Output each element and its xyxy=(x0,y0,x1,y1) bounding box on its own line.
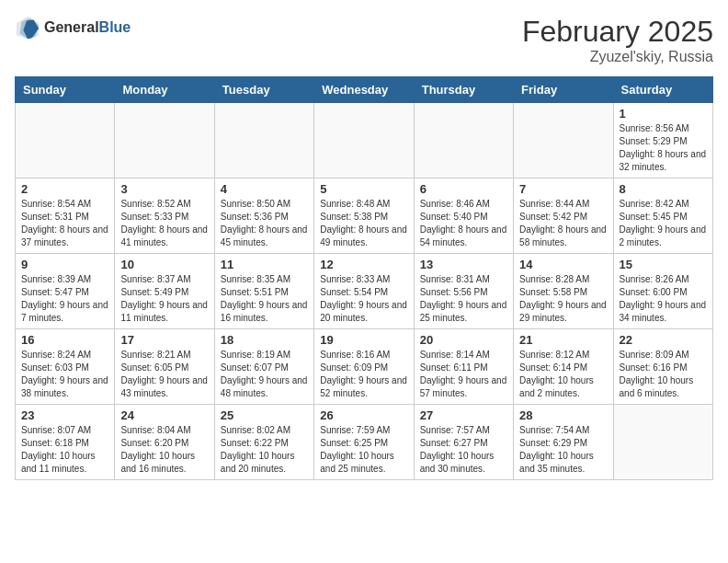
calendar-cell xyxy=(613,405,712,480)
day-info: Sunrise: 7:54 AM Sunset: 6:29 PM Dayligh… xyxy=(519,424,607,476)
day-number: 15 xyxy=(620,258,707,271)
day-number: 23 xyxy=(21,408,108,422)
calendar-title: February 2025 xyxy=(522,15,713,49)
day-number: 4 xyxy=(221,182,308,196)
day-number: 10 xyxy=(120,258,208,271)
day-info: Sunrise: 8:56 AM Sunset: 5:29 PM Dayligh… xyxy=(620,122,707,174)
page-header: GeneralBlue February 2025 Zyuzel'skiy, R… xyxy=(15,15,713,65)
day-number: 27 xyxy=(420,408,507,422)
day-info: Sunrise: 8:44 AM Sunset: 5:42 PM Dayligh… xyxy=(519,198,607,249)
day-info: Sunrise: 8:21 AM Sunset: 6:05 PM Dayligh… xyxy=(120,349,208,400)
calendar-cell: 2Sunrise: 8:54 AM Sunset: 5:31 PM Daylig… xyxy=(16,178,115,254)
calendar-cell: 5Sunrise: 8:48 AM Sunset: 5:38 PM Daylig… xyxy=(314,178,414,254)
calendar-cell: 4Sunrise: 8:50 AM Sunset: 5:36 PM Daylig… xyxy=(214,178,313,254)
day-number: 28 xyxy=(519,408,607,422)
calendar-cell: 20Sunrise: 8:14 AM Sunset: 6:11 PM Dayli… xyxy=(414,329,513,405)
weekday-header-thursday: Thursday xyxy=(414,77,513,103)
weekday-header-row: SundayMondayTuesdayWednesdayThursdayFrid… xyxy=(16,77,713,103)
weekday-header-friday: Friday xyxy=(514,77,613,103)
day-info: Sunrise: 8:50 AM Sunset: 5:36 PM Dayligh… xyxy=(221,198,308,249)
title-block: February 2025 Zyuzel'skiy, Russia xyxy=(522,15,713,65)
day-info: Sunrise: 8:39 AM Sunset: 5:47 PM Dayligh… xyxy=(21,273,108,325)
calendar-table: SundayMondayTuesdayWednesdayThursdayFrid… xyxy=(15,76,713,480)
day-number: 2 xyxy=(21,182,108,196)
calendar-cell: 8Sunrise: 8:42 AM Sunset: 5:45 PM Daylig… xyxy=(613,178,712,254)
day-info: Sunrise: 8:19 AM Sunset: 6:07 PM Dayligh… xyxy=(221,349,308,400)
day-number: 14 xyxy=(519,258,607,271)
day-info: Sunrise: 8:42 AM Sunset: 5:45 PM Dayligh… xyxy=(620,198,707,249)
calendar-cell: 15Sunrise: 8:26 AM Sunset: 6:00 PM Dayli… xyxy=(613,254,712,329)
calendar-cell xyxy=(414,103,513,178)
calendar-cell: 9Sunrise: 8:39 AM Sunset: 5:47 PM Daylig… xyxy=(16,254,115,329)
calendar-cell: 22Sunrise: 8:09 AM Sunset: 6:16 PM Dayli… xyxy=(613,329,712,405)
day-number: 9 xyxy=(21,258,108,271)
day-info: Sunrise: 8:54 AM Sunset: 5:31 PM Dayligh… xyxy=(21,198,108,249)
calendar-week-row: 16Sunrise: 8:24 AM Sunset: 6:03 PM Dayli… xyxy=(16,329,713,405)
calendar-cell: 25Sunrise: 8:02 AM Sunset: 6:22 PM Dayli… xyxy=(214,405,313,480)
calendar-cell: 18Sunrise: 8:19 AM Sunset: 6:07 PM Dayli… xyxy=(214,329,313,405)
day-info: Sunrise: 8:35 AM Sunset: 5:51 PM Dayligh… xyxy=(221,273,308,325)
day-number: 13 xyxy=(420,258,507,271)
calendar-week-row: 9Sunrise: 8:39 AM Sunset: 5:47 PM Daylig… xyxy=(16,254,713,329)
day-info: Sunrise: 8:07 AM Sunset: 6:18 PM Dayligh… xyxy=(21,424,108,476)
day-number: 26 xyxy=(320,408,407,422)
day-number: 6 xyxy=(420,182,507,196)
calendar-cell: 1Sunrise: 8:56 AM Sunset: 5:29 PM Daylig… xyxy=(613,103,712,178)
calendar-cell: 12Sunrise: 8:33 AM Sunset: 5:54 PM Dayli… xyxy=(314,254,414,329)
calendar-subtitle: Zyuzel'skiy, Russia xyxy=(522,49,713,65)
calendar-cell: 19Sunrise: 8:16 AM Sunset: 6:09 PM Dayli… xyxy=(314,329,414,405)
day-info: Sunrise: 8:09 AM Sunset: 6:16 PM Dayligh… xyxy=(620,349,707,400)
weekday-header-sunday: Sunday xyxy=(16,77,115,103)
day-info: Sunrise: 7:57 AM Sunset: 6:27 PM Dayligh… xyxy=(420,424,507,476)
day-info: Sunrise: 8:52 AM Sunset: 5:33 PM Dayligh… xyxy=(120,198,208,249)
day-number: 21 xyxy=(519,333,607,347)
calendar-cell: 28Sunrise: 7:54 AM Sunset: 6:29 PM Dayli… xyxy=(514,405,613,480)
calendar-cell: 10Sunrise: 8:37 AM Sunset: 5:49 PM Dayli… xyxy=(115,254,214,329)
day-info: Sunrise: 8:16 AM Sunset: 6:09 PM Dayligh… xyxy=(320,349,407,400)
calendar-cell: 13Sunrise: 8:31 AM Sunset: 5:56 PM Dayli… xyxy=(414,254,513,329)
weekday-header-monday: Monday xyxy=(115,77,214,103)
calendar-cell xyxy=(115,103,214,178)
weekday-header-tuesday: Tuesday xyxy=(214,77,313,103)
calendar-week-row: 23Sunrise: 8:07 AM Sunset: 6:18 PM Dayli… xyxy=(16,405,713,480)
day-number: 20 xyxy=(420,333,507,347)
day-info: Sunrise: 8:28 AM Sunset: 5:58 PM Dayligh… xyxy=(519,273,607,325)
calendar-cell: 11Sunrise: 8:35 AM Sunset: 5:51 PM Dayli… xyxy=(214,254,313,329)
day-info: Sunrise: 8:31 AM Sunset: 5:56 PM Dayligh… xyxy=(420,273,507,325)
logo-icon xyxy=(15,15,40,40)
day-number: 22 xyxy=(620,333,707,347)
day-info: Sunrise: 8:14 AM Sunset: 6:11 PM Dayligh… xyxy=(420,349,507,400)
calendar-cell xyxy=(16,103,115,178)
calendar-week-row: 2Sunrise: 8:54 AM Sunset: 5:31 PM Daylig… xyxy=(16,178,713,254)
calendar-cell: 23Sunrise: 8:07 AM Sunset: 6:18 PM Dayli… xyxy=(16,405,115,480)
day-number: 24 xyxy=(120,408,208,422)
calendar-week-row: 1Sunrise: 8:56 AM Sunset: 5:29 PM Daylig… xyxy=(16,103,713,178)
calendar-cell: 27Sunrise: 7:57 AM Sunset: 6:27 PM Dayli… xyxy=(414,405,513,480)
day-number: 1 xyxy=(620,107,707,121)
day-number: 12 xyxy=(320,258,407,271)
calendar-cell: 17Sunrise: 8:21 AM Sunset: 6:05 PM Dayli… xyxy=(115,329,214,405)
day-number: 8 xyxy=(620,182,707,196)
calendar-cell: 24Sunrise: 8:04 AM Sunset: 6:20 PM Dayli… xyxy=(115,405,214,480)
calendar-cell: 3Sunrise: 8:52 AM Sunset: 5:33 PM Daylig… xyxy=(115,178,214,254)
calendar-cell: 16Sunrise: 8:24 AM Sunset: 6:03 PM Dayli… xyxy=(16,329,115,405)
calendar-cell: 6Sunrise: 8:46 AM Sunset: 5:40 PM Daylig… xyxy=(414,178,513,254)
day-info: Sunrise: 8:48 AM Sunset: 5:38 PM Dayligh… xyxy=(320,198,407,249)
day-number: 5 xyxy=(320,182,407,196)
day-info: Sunrise: 8:24 AM Sunset: 6:03 PM Dayligh… xyxy=(21,349,108,400)
day-info: Sunrise: 8:33 AM Sunset: 5:54 PM Dayligh… xyxy=(320,273,407,325)
weekday-header-wednesday: Wednesday xyxy=(314,77,414,103)
day-number: 3 xyxy=(120,182,208,196)
calendar-cell xyxy=(514,103,613,178)
day-number: 11 xyxy=(221,258,308,271)
day-info: Sunrise: 8:26 AM Sunset: 6:00 PM Dayligh… xyxy=(620,273,707,325)
calendar-cell: 21Sunrise: 8:12 AM Sunset: 6:14 PM Dayli… xyxy=(514,329,613,405)
day-number: 25 xyxy=(221,408,308,422)
calendar-cell xyxy=(314,103,414,178)
calendar-cell: 26Sunrise: 7:59 AM Sunset: 6:25 PM Dayli… xyxy=(314,405,414,480)
day-number: 17 xyxy=(120,333,208,347)
logo-text: GeneralBlue xyxy=(44,19,131,36)
day-number: 18 xyxy=(221,333,308,347)
day-info: Sunrise: 8:46 AM Sunset: 5:40 PM Dayligh… xyxy=(420,198,507,249)
day-info: Sunrise: 8:37 AM Sunset: 5:49 PM Dayligh… xyxy=(120,273,208,325)
